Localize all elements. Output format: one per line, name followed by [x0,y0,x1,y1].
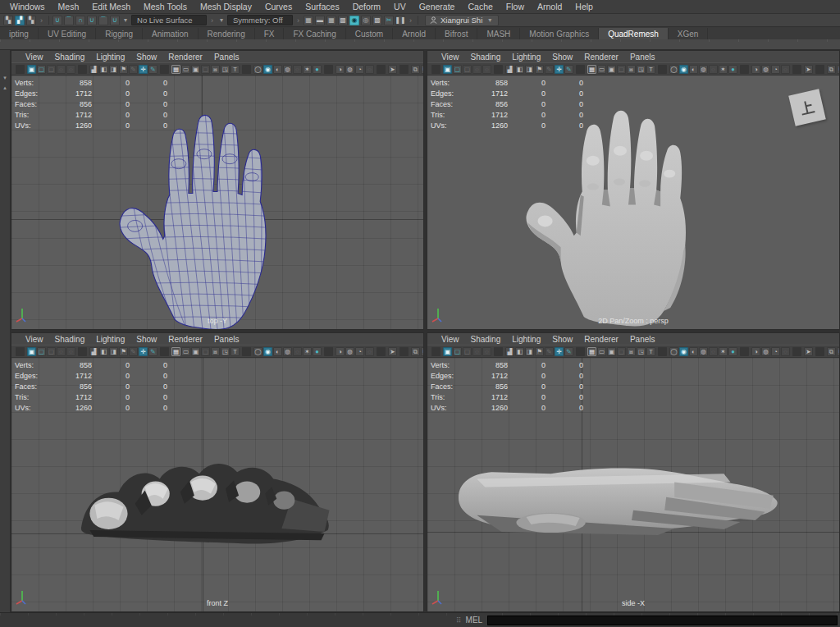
menu-item[interactable]: Flow [500,2,531,11]
viewport-tool-icon[interactable]: ⧉ [837,347,839,356]
viewport-tool-icon[interactable]: ◌ [365,65,374,74]
viewport-tool-icon[interactable] [160,347,169,356]
workspace-layout-icon[interactable]: ▚ [3,16,13,25]
viewport-tool-icon[interactable] [658,65,667,74]
viewport-tool-icon[interactable]: ▭ [181,347,190,356]
viewport-tool-icon[interactable]: ✎ [129,65,138,74]
viewport-tool-icon[interactable]: ⚑ [535,347,544,356]
menu-item[interactable]: Mesh Tools [137,2,194,11]
viewport-tool-icon[interactable]: ▣ [27,65,36,74]
viewport-tool-icon[interactable]: ● [313,65,322,74]
viewport-tool-icon[interactable]: ✎ [148,65,158,74]
viewport-tool-icon[interactable]: ✛ [139,65,148,74]
viewport-tool-icon[interactable]: ✛ [139,347,148,356]
viewport-tool-icon[interactable] [792,347,801,356]
viewport-menu-item[interactable]: Show [130,53,162,62]
viewport-tool-icon[interactable]: ◨ [525,347,534,356]
viewport-tool-icon[interactable]: ◳ [221,65,230,74]
viewport-tool-icon[interactable]: ◌ [66,347,75,356]
viewport-tool-icon[interactable] [576,347,585,356]
shelf-tab[interactable]: Rigging [96,28,143,39]
shelf-tab[interactable]: MASH [477,28,520,39]
menu-item[interactable]: Surfaces [299,2,345,11]
viewport-tool-icon[interactable]: ▢ [463,347,472,356]
menu-item[interactable]: Help [568,2,600,11]
viewport-tool-icon[interactable]: ⧉ [421,347,423,356]
toolbox-pin-icon[interactable]: ▴ [3,85,7,91]
viewport-tool-icon[interactable]: ● [728,347,737,356]
viewport-tool-icon[interactable]: T [646,65,655,74]
viewport-menu-item[interactable]: View [20,335,49,344]
viewport-tool-icon[interactable]: ◌ [781,65,790,74]
viewport-tool-icon[interactable]: ✎ [564,347,573,356]
menu-item[interactable]: Curves [258,2,299,11]
viewport-tool-icon[interactable]: ▦ [587,347,596,356]
viewport-tool-icon[interactable]: ◔ [355,347,364,356]
viewport-tool-icon[interactable]: ▦ [587,65,596,74]
viewport-tool-icon[interactable]: ▢ [617,65,626,74]
viewport-tool-icon[interactable]: ◌ [781,347,790,356]
viewport-tool-icon[interactable]: ◌ [709,65,718,74]
viewport-tool-icon[interactable]: ◌ [293,65,302,74]
render-icon[interactable]: ▩ [372,16,382,25]
viewport-tool-icon[interactable]: ▟ [505,65,514,74]
viewport-menu-item[interactable]: Shading [465,53,507,62]
viewport-menu-item[interactable]: Panels [208,335,245,344]
viewport-canvas-front[interactable]: Verts: 858 0 0 Edges: 1712 0 0 Faces: 85… [11,358,423,611]
viewport-tool-icon[interactable]: ✛ [555,347,564,356]
viewport-tool-icon[interactable]: ◉ [679,65,688,74]
viewport-tool-icon[interactable]: ✎ [545,65,554,74]
viewport-tool-icon[interactable]: ◑ [336,65,345,74]
viewport-tool-icon[interactable]: ▢ [617,347,626,356]
menu-item[interactable]: Edit Mesh [85,2,137,11]
viewport-menu-item[interactable]: Lighting [506,53,546,62]
workspace-layout-icon[interactable]: ▚ [26,16,36,25]
viewport-tool-icon[interactable]: ◧ [515,347,524,356]
viewport-menu-item[interactable]: Renderer [578,53,624,62]
viewport-tool-icon[interactable]: ✎ [564,65,573,74]
viewport-tool-icon[interactable]: ◌ [482,65,491,74]
snap-icon[interactable]: ∪ [87,16,97,25]
viewport-tool-icon[interactable]: ◑ [751,65,760,74]
menu-item[interactable]: Windows [3,2,52,11]
viewport-tool-icon[interactable]: ◯ [253,65,262,74]
viewport-tool-icon[interactable] [431,65,441,74]
shelf-tab[interactable]: Custom [346,28,393,39]
viewport-tool-icon[interactable]: ◌ [57,65,66,74]
viewport-tool-icon[interactable]: ➤ [804,347,813,356]
viewport-tool-icon[interactable]: ▭ [597,65,606,74]
viewport-tool-icon[interactable]: ◍ [761,65,770,74]
viewport-tool-icon[interactable]: ▢ [47,65,56,74]
toolbox-expand-icon[interactable]: ▾ [3,75,7,81]
viewport-tool-icon[interactable]: ◔ [771,347,780,356]
viewport-tool-icon[interactable]: ✶ [719,65,728,74]
symmetry-field[interactable]: Symmetry: Off [227,15,293,25]
viewport-tool-icon[interactable]: ◌ [472,65,482,74]
viewport-tool-icon[interactable]: ◌ [482,347,491,356]
viewport-tool-icon[interactable]: ◍ [345,65,354,74]
viewport-tool-icon[interactable]: ⧈ [211,65,220,74]
viewport-tool-icon[interactable]: ◑ [751,347,760,356]
viewport-tool-icon[interactable] [78,347,87,356]
viewport-tool-icon[interactable]: ✛ [555,65,564,74]
viewport-tool-icon[interactable]: ▣ [607,347,616,356]
viewport-tool-icon[interactable]: ◌ [709,347,718,356]
render-icon[interactable]: ▦ [326,16,336,25]
menu-item[interactable]: Mesh [52,2,86,11]
viewport-tool-icon[interactable]: ▦ [171,347,180,356]
viewport-tool-icon[interactable]: ◌ [365,347,374,356]
viewport-tool-icon[interactable] [16,65,25,74]
snap-icon[interactable]: ∪ [110,16,120,25]
viewport-tool-icon[interactable]: ◯ [669,65,678,74]
shelf-tab[interactable]: Motion Graphics [520,28,599,39]
viewport-tool-icon[interactable]: ◳ [221,347,230,356]
viewport-tool-icon[interactable] [740,65,749,74]
viewport-tool-icon[interactable] [377,347,386,356]
viewport-tool-icon[interactable]: ◌ [66,65,75,74]
viewport-tool-icon[interactable]: ● [728,65,737,74]
menu-item[interactable]: Arnold [531,2,568,11]
viewport-tool-icon[interactable]: ▣ [191,65,200,74]
viewport-tool-icon[interactable]: ◍ [345,347,354,356]
menu-item[interactable]: Mesh Display [194,2,258,11]
shelf-tab[interactable]: Bifrost [436,28,477,39]
